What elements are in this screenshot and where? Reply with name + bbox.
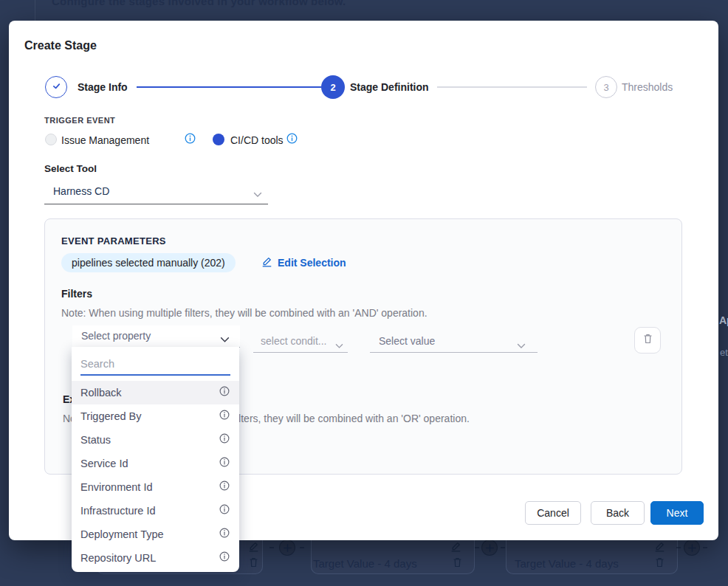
- info-icon[interactable]: [219, 480, 230, 494]
- dropdown-option-label: Repository URL: [80, 552, 156, 564]
- delete-filter-button[interactable]: [634, 327, 661, 354]
- trash-icon: [654, 556, 665, 571]
- edit-selection-label: Edit Selection: [278, 257, 346, 269]
- search-input[interactable]: [80, 354, 230, 376]
- stepper-connector: [437, 86, 587, 88]
- step-3-label[interactable]: Thresholds: [622, 81, 673, 93]
- step-2-label[interactable]: Stage Definition: [350, 81, 429, 93]
- property-dropdown: Rollback Triggered By Status Service Id …: [72, 347, 239, 572]
- dropdown-option-status[interactable]: Status: [72, 428, 239, 452]
- background-text-fragment: Ap: [719, 314, 728, 326]
- chevron-down-icon: [220, 333, 230, 346]
- trash-icon: [642, 333, 653, 348]
- property-select[interactable]: Select property: [72, 325, 240, 348]
- filters-note: Note: When using multiple filters, they …: [61, 307, 427, 319]
- dropdown-option-service-id[interactable]: Service Id: [72, 452, 239, 475]
- radio-cicd-tools[interactable]: [213, 134, 224, 145]
- trash-icon: [248, 556, 259, 571]
- info-icon[interactable]: [219, 433, 230, 447]
- info-icon[interactable]: [219, 386, 230, 399]
- radio-issue-management-label[interactable]: Issue Management: [61, 134, 149, 146]
- filters-heading: Filters: [61, 288, 92, 300]
- connector-dash: [300, 547, 304, 548]
- tool-select[interactable]: Harness CD: [44, 180, 268, 204]
- trash-icon: [452, 556, 463, 571]
- condition-select[interactable]: select condit...: [253, 331, 348, 353]
- add-stage-icon: [481, 540, 498, 556]
- dropdown-option-label: Triggered By: [80, 410, 141, 422]
- info-icon[interactable]: [219, 528, 230, 541]
- dropdown-option-rollback[interactable]: Rollback: [72, 381, 239, 404]
- modal-title: Create Stage: [24, 39, 97, 52]
- step-3-number: 3: [603, 82, 608, 93]
- edit-icon: [261, 256, 272, 269]
- property-select-placeholder: Select property: [81, 325, 151, 347]
- dropdown-option-label: Rollback: [80, 387, 122, 399]
- edit-icon: [654, 541, 665, 555]
- dropdown-option-infrastructure-id[interactable]: Infrastructure Id: [72, 499, 239, 523]
- step-2-indicator[interactable]: 2: [321, 75, 345, 99]
- value-select[interactable]: Select value: [370, 331, 538, 353]
- radio-issue-management[interactable]: [45, 134, 57, 145]
- back-button[interactable]: Back: [591, 501, 645, 525]
- info-icon[interactable]: [219, 457, 230, 470]
- edit-icon: [248, 541, 259, 555]
- trigger-event-heading: TRIGGER EVENT: [44, 116, 115, 125]
- screen: Configure the stages involved in your wo…: [0, 0, 728, 586]
- dropdown-option-label: Deployment Type: [80, 528, 164, 540]
- select-tool-label: Select Tool: [44, 163, 97, 174]
- target-value-label: Target Value - 4 days: [313, 557, 417, 570]
- info-icon[interactable]: [185, 133, 196, 147]
- chevron-down-icon: [335, 339, 343, 352]
- chevron-down-icon: [517, 339, 526, 352]
- step-1-indicator[interactable]: [45, 76, 67, 98]
- condition-select-placeholder: select condit...: [261, 331, 327, 352]
- dropdown-option-deployment-type[interactable]: Deployment Type: [72, 523, 239, 546]
- step-3-indicator[interactable]: 3: [595, 76, 617, 98]
- dropdown-option-label: Infrastructure Id: [80, 505, 156, 517]
- next-button[interactable]: Next: [650, 501, 704, 525]
- dropdown-option-label: Service Id: [80, 458, 128, 469]
- stepper-connector: [137, 86, 321, 88]
- selection-pill: pipelines selected manually (202): [61, 253, 236, 272]
- value-select-placeholder: Select value: [379, 331, 435, 352]
- target-value-label: Target Value - 4 days: [515, 557, 619, 570]
- cancel-button[interactable]: Cancel: [525, 501, 581, 525]
- background-text-fragment: et: [720, 347, 728, 358]
- step-1-label[interactable]: Stage Info: [78, 81, 128, 93]
- add-stage-icon: [684, 540, 700, 556]
- event-parameters-heading: EVENT PARAMETERS: [61, 235, 166, 247]
- connector-dash: [269, 547, 274, 548]
- dropdown-option-triggered-by[interactable]: Triggered By: [72, 404, 239, 428]
- edit-selection-link[interactable]: Edit Selection: [261, 253, 346, 272]
- tool-select-value: Harness CD: [53, 180, 109, 203]
- radio-cicd-tools-label[interactable]: CI/CD tools: [230, 134, 284, 146]
- step-2-number: 2: [330, 82, 335, 93]
- connector-dash: [676, 547, 681, 548]
- edit-icon: [450, 541, 461, 555]
- chevron-down-icon: [253, 187, 262, 201]
- dropdown-option-repository-url[interactable]: Repository URL: [72, 546, 239, 570]
- dropdown-option-label: Status: [80, 434, 111, 446]
- info-icon[interactable]: [219, 410, 230, 423]
- check-icon: [51, 80, 62, 94]
- add-stage-icon: [279, 540, 295, 556]
- info-icon[interactable]: [219, 504, 230, 517]
- dropdown-option-label: Environment Id: [80, 481, 153, 493]
- background-header-text: Configure the stages involved in your wo…: [52, 0, 346, 7]
- info-icon[interactable]: [286, 133, 298, 147]
- dropdown-option-environment-id[interactable]: Environment Id: [72, 475, 239, 499]
- connector-dash: [703, 547, 707, 548]
- connector-dash: [475, 547, 479, 548]
- info-icon[interactable]: [219, 551, 230, 565]
- background-divider: [35, 0, 35, 21]
- connector-dash: [501, 547, 505, 548]
